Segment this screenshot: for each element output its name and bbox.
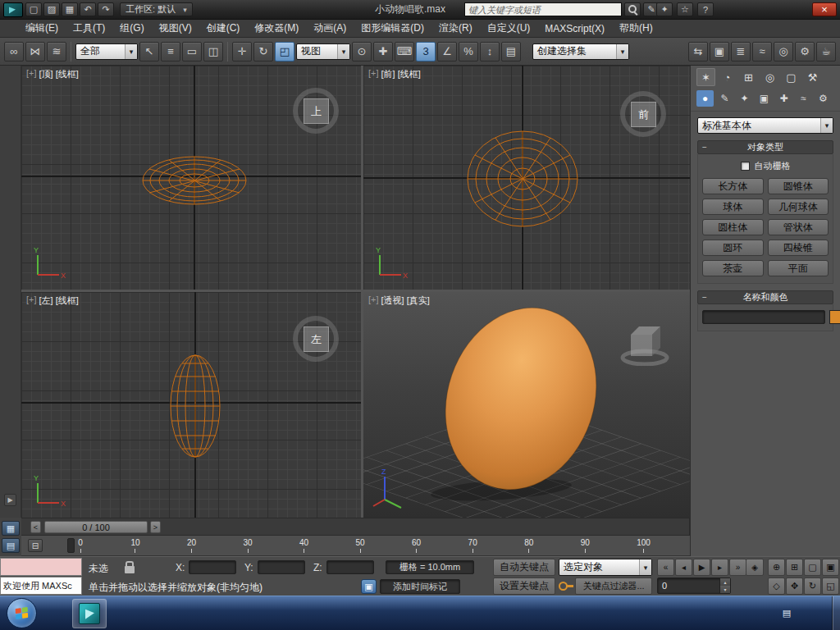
x-coordinate-field[interactable] xyxy=(189,560,236,574)
category-cameras[interactable]: ▣ xyxy=(756,90,773,107)
tab-hierarchy[interactable]: ⊞ xyxy=(739,68,758,86)
menu-maxscript[interactable]: MAXScript(X) xyxy=(537,21,612,37)
menu-create[interactable]: 创建(C) xyxy=(199,19,248,38)
zoom-extents-all-button[interactable]: ▣ xyxy=(822,559,839,576)
reference-coordinate-combo[interactable]: 视图 ▾ xyxy=(296,43,350,60)
new-scene-button[interactable]: ▢ xyxy=(25,2,42,16)
key-mode-toggle-button[interactable]: ◈ xyxy=(746,559,764,576)
tab-create[interactable]: ✶ xyxy=(696,68,715,86)
category-geometry[interactable]: ● xyxy=(696,90,714,107)
zoom-button[interactable]: ⊕ xyxy=(768,559,785,576)
spinner-snap-button[interactable]: ↕ xyxy=(480,42,500,62)
viewport-name-button[interactable]: [左] xyxy=(39,294,53,307)
curve-editor-button[interactable]: ≈ xyxy=(752,42,772,62)
render-setup-button[interactable]: ⚙ xyxy=(795,42,815,62)
view-cube-face[interactable]: 左 xyxy=(304,326,329,352)
time-tag-icon[interactable]: ▣ xyxy=(361,579,377,594)
start-button[interactable] xyxy=(7,598,37,628)
redo-button[interactable]: ↷ xyxy=(98,2,114,16)
help-button[interactable]: ? xyxy=(697,2,714,16)
unlink-selection-button[interactable]: ⋈ xyxy=(25,42,45,62)
align-button[interactable]: ▣ xyxy=(710,42,729,62)
tab-modify[interactable]: ◔ xyxy=(718,68,737,86)
object-name-field[interactable] xyxy=(702,310,825,324)
y-coordinate-field[interactable] xyxy=(258,560,305,574)
category-systems[interactable]: ⚙ xyxy=(815,90,832,107)
field-of-view-button[interactable]: ◇ xyxy=(768,578,785,595)
plane-button[interactable]: 平面 xyxy=(768,260,829,276)
pan-view-button[interactable]: ✥ xyxy=(786,578,803,595)
named-selection-set-combo[interactable]: 创建选择集 ▾ xyxy=(532,43,629,60)
taskbar-3dsmax-button[interactable] xyxy=(72,599,107,628)
menu-help[interactable]: 帮助(H) xyxy=(612,19,660,38)
category-space-warps[interactable]: ≈ xyxy=(795,90,812,107)
maxscript-mini-listener[interactable] xyxy=(0,558,82,576)
viewport-front[interactable]: [+] [前] [线框] 前 Y X xyxy=(363,66,690,290)
search-button[interactable] xyxy=(624,2,641,16)
view-cube[interactable] xyxy=(618,313,670,366)
workspace-selector[interactable]: 工作区: 默认 ▾ xyxy=(120,2,193,16)
cylinder-button[interactable]: 圆柱体 xyxy=(702,219,764,235)
menu-modifiers[interactable]: 修改器(M) xyxy=(247,19,306,38)
view-cube[interactable]: 前 xyxy=(618,89,670,141)
material-editor-button[interactable]: ◎ xyxy=(774,42,793,62)
save-file-button[interactable]: ▦ xyxy=(62,2,78,16)
tube-button[interactable]: 管状体 xyxy=(768,219,829,235)
menu-views[interactable]: 视图(V) xyxy=(152,19,199,38)
menu-rendering[interactable]: 渲染(R) xyxy=(431,19,480,38)
viewport-name-button[interactable]: [透视] xyxy=(381,294,404,307)
viewport-top[interactable]: [+] [顶] [线框] 上 Y X xyxy=(21,66,361,290)
selection-filter-combo[interactable]: 全部 ▾ xyxy=(75,43,138,60)
select-object-button[interactable]: ↖ xyxy=(139,42,159,62)
track-bar[interactable]: ⊟ 0102030405060708090100 xyxy=(21,536,690,556)
zoom-all-button[interactable]: ⊞ xyxy=(786,559,803,576)
set-key-button[interactable]: 设置关键点 xyxy=(493,578,555,595)
teapot-button[interactable]: 茶壶 xyxy=(702,260,764,276)
category-shapes[interactable]: ✎ xyxy=(716,90,733,107)
viewport-menu-button[interactable]: [+] xyxy=(368,294,379,307)
close-button[interactable]: × xyxy=(812,2,837,16)
view-cube-face[interactable]: 上 xyxy=(304,98,329,124)
layout-flyout-button[interactable]: ▶ xyxy=(4,494,16,506)
category-lights[interactable]: ✦ xyxy=(736,90,753,107)
viewport-menu-button[interactable]: [+] xyxy=(26,68,37,80)
view-cube-face[interactable]: 前 xyxy=(631,102,656,127)
edit-named-selections-button[interactable]: ▤ xyxy=(501,42,521,62)
mini-curve-editor-button[interactable]: ▦ xyxy=(2,521,20,536)
layer-manager-button[interactable]: ≣ xyxy=(731,42,751,62)
tab-utilities[interactable]: ⚒ xyxy=(803,68,822,86)
menu-customize[interactable]: 自定义(U) xyxy=(480,19,538,38)
select-and-rotate-button[interactable]: ↻ xyxy=(253,42,273,62)
object-category-combo[interactable]: 标准基本体 ▾ xyxy=(697,117,833,134)
bind-to-space-warp-button[interactable]: ≋ xyxy=(47,42,66,62)
select-and-move-button[interactable]: ✛ xyxy=(232,42,252,62)
menu-edit[interactable]: 编辑(E) xyxy=(18,19,66,38)
sign-in-button[interactable]: ✦ xyxy=(656,2,673,16)
undo-button[interactable]: ↶ xyxy=(80,2,96,16)
application-menu-button[interactable] xyxy=(3,2,23,17)
key-mode-combo[interactable]: 选定对象 ▾ xyxy=(559,559,652,576)
open-file-button[interactable]: ▨ xyxy=(43,2,60,16)
torus-button[interactable]: 圆环 xyxy=(702,240,764,256)
select-and-link-button[interactable]: ∞ xyxy=(4,42,24,62)
rectangular-selection-button[interactable]: ▭ xyxy=(182,42,202,62)
keyboard-override-button[interactable]: ⌨ xyxy=(395,42,414,62)
z-coordinate-field[interactable] xyxy=(326,560,374,574)
percent-snap-button[interactable]: % xyxy=(459,42,478,62)
select-and-manipulate-button[interactable]: ✚ xyxy=(373,42,393,62)
go-to-start-button[interactable]: « xyxy=(657,559,674,576)
add-time-tag-field[interactable]: 添加时间标记 xyxy=(380,579,460,594)
tray-icon[interactable]: ▤ xyxy=(779,607,794,619)
viewport-shading-button[interactable]: [线框] xyxy=(56,294,79,307)
time-slider-handle[interactable]: 0 / 100 xyxy=(44,521,148,533)
snap-toggle-button[interactable]: 3 xyxy=(416,42,436,62)
key-filters-button[interactable]: 关键点过滤器... xyxy=(575,578,652,595)
zoom-extents-button[interactable]: ▢ xyxy=(804,559,821,576)
box-button[interactable]: 长方体 xyxy=(702,178,764,194)
previous-frame-arrow[interactable]: < xyxy=(30,521,41,533)
viewport-shading-button[interactable]: [线框] xyxy=(398,68,421,80)
search-input[interactable] xyxy=(464,2,622,16)
tab-display[interactable]: ▢ xyxy=(782,68,801,86)
next-frame-button[interactable]: ▸ xyxy=(711,559,728,576)
go-to-end-button[interactable]: » xyxy=(729,559,746,576)
